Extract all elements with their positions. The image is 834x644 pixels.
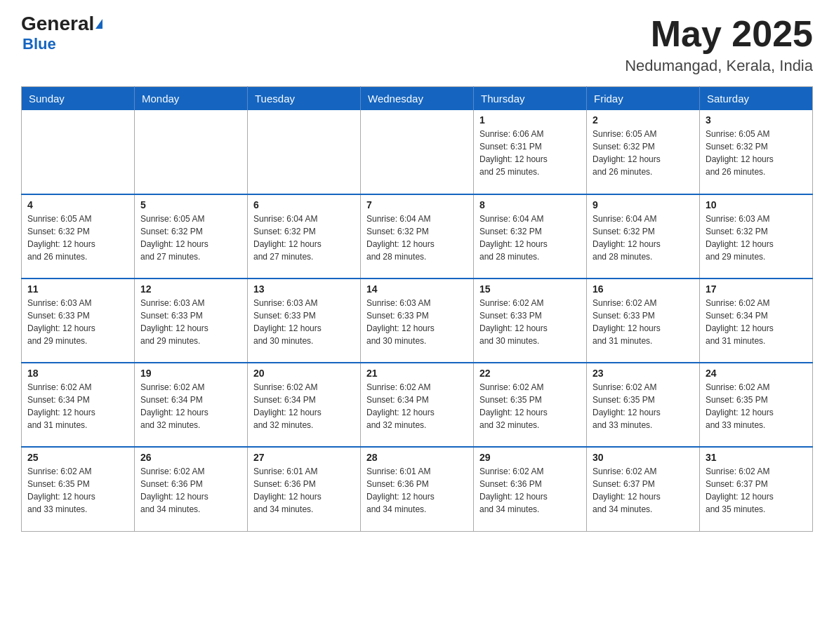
day-number: 21 bbox=[366, 368, 468, 379]
calendar-cell: 30Sunrise: 6:02 AM Sunset: 6:37 PM Dayli… bbox=[587, 447, 700, 531]
calendar-cell: 19Sunrise: 6:02 AM Sunset: 6:34 PM Dayli… bbox=[135, 363, 248, 447]
day-number: 8 bbox=[479, 199, 581, 210]
calendar-week-row: 18Sunrise: 6:02 AM Sunset: 6:34 PM Dayli… bbox=[22, 363, 813, 447]
calendar-cell: 12Sunrise: 6:03 AM Sunset: 6:33 PM Dayli… bbox=[135, 279, 248, 363]
calendar-week-row: 4Sunrise: 6:05 AM Sunset: 6:32 PM Daylig… bbox=[22, 194, 813, 279]
day-number: 19 bbox=[140, 368, 241, 379]
month-title: May 2025 bbox=[625, 14, 813, 54]
day-info: Sunrise: 6:04 AM Sunset: 6:32 PM Dayligh… bbox=[366, 213, 468, 263]
calendar-cell: 21Sunrise: 6:02 AM Sunset: 6:34 PM Dayli… bbox=[361, 363, 474, 447]
calendar-cell: 27Sunrise: 6:01 AM Sunset: 6:36 PM Dayli… bbox=[248, 447, 361, 531]
calendar-week-row: 25Sunrise: 6:02 AM Sunset: 6:35 PM Dayli… bbox=[22, 447, 813, 531]
calendar-cell: 22Sunrise: 6:02 AM Sunset: 6:35 PM Dayli… bbox=[474, 363, 587, 447]
day-number: 9 bbox=[593, 199, 694, 210]
calendar-cell: 9Sunrise: 6:04 AM Sunset: 6:32 PM Daylig… bbox=[587, 194, 700, 279]
calendar-cell: 6Sunrise: 6:04 AM Sunset: 6:32 PM Daylig… bbox=[248, 194, 361, 279]
day-number: 24 bbox=[706, 368, 807, 379]
weekday-header-friday: Friday bbox=[587, 87, 700, 111]
day-number: 20 bbox=[253, 368, 355, 379]
day-info: Sunrise: 6:02 AM Sunset: 6:34 PM Dayligh… bbox=[27, 381, 128, 431]
calendar-cell: 31Sunrise: 6:02 AM Sunset: 6:37 PM Dayli… bbox=[700, 447, 813, 531]
day-info: Sunrise: 6:04 AM Sunset: 6:32 PM Dayligh… bbox=[479, 213, 581, 263]
day-info: Sunrise: 6:01 AM Sunset: 6:36 PM Dayligh… bbox=[366, 465, 468, 516]
title-block: May 2025 Nedumangad, Kerala, India bbox=[625, 14, 813, 75]
location-text: Nedumangad, Kerala, India bbox=[625, 57, 813, 75]
day-number: 6 bbox=[253, 199, 355, 210]
page-header: General Blue May 2025 Nedumangad, Kerala… bbox=[21, 14, 813, 75]
calendar-cell: 4Sunrise: 6:05 AM Sunset: 6:32 PM Daylig… bbox=[22, 194, 135, 279]
day-number: 5 bbox=[140, 199, 241, 210]
calendar-cell: 26Sunrise: 6:02 AM Sunset: 6:36 PM Dayli… bbox=[135, 447, 248, 531]
calendar-cell: 1Sunrise: 6:06 AM Sunset: 6:31 PM Daylig… bbox=[474, 110, 587, 194]
day-info: Sunrise: 6:05 AM Sunset: 6:32 PM Dayligh… bbox=[140, 213, 241, 263]
weekday-header-sunday: Sunday bbox=[22, 87, 135, 111]
calendar-cell: 10Sunrise: 6:03 AM Sunset: 6:32 PM Dayli… bbox=[700, 194, 813, 279]
day-info: Sunrise: 6:03 AM Sunset: 6:33 PM Dayligh… bbox=[27, 297, 128, 347]
day-number: 31 bbox=[706, 452, 807, 463]
logo-sub-text: Blue bbox=[22, 35, 56, 53]
calendar-cell: 15Sunrise: 6:02 AM Sunset: 6:33 PM Dayli… bbox=[474, 279, 587, 363]
day-number: 11 bbox=[27, 283, 128, 295]
weekday-header-monday: Monday bbox=[135, 87, 248, 111]
day-info: Sunrise: 6:05 AM Sunset: 6:32 PM Dayligh… bbox=[27, 213, 128, 263]
day-info: Sunrise: 6:02 AM Sunset: 6:35 PM Dayligh… bbox=[593, 381, 694, 431]
day-info: Sunrise: 6:02 AM Sunset: 6:37 PM Dayligh… bbox=[706, 465, 807, 516]
day-number: 23 bbox=[593, 368, 694, 379]
day-number: 17 bbox=[706, 283, 807, 295]
day-info: Sunrise: 6:04 AM Sunset: 6:32 PM Dayligh… bbox=[253, 213, 355, 263]
day-info: Sunrise: 6:03 AM Sunset: 6:32 PM Dayligh… bbox=[706, 213, 807, 263]
calendar-cell: 17Sunrise: 6:02 AM Sunset: 6:34 PM Dayli… bbox=[700, 279, 813, 363]
day-info: Sunrise: 6:02 AM Sunset: 6:35 PM Dayligh… bbox=[479, 381, 581, 431]
day-info: Sunrise: 6:02 AM Sunset: 6:34 PM Dayligh… bbox=[253, 381, 355, 431]
calendar-cell bbox=[248, 110, 361, 194]
day-info: Sunrise: 6:04 AM Sunset: 6:32 PM Dayligh… bbox=[593, 213, 694, 263]
day-number: 13 bbox=[253, 283, 355, 295]
calendar-week-row: 1Sunrise: 6:06 AM Sunset: 6:31 PM Daylig… bbox=[22, 110, 813, 194]
day-info: Sunrise: 6:03 AM Sunset: 6:33 PM Dayligh… bbox=[253, 297, 355, 347]
calendar-cell: 18Sunrise: 6:02 AM Sunset: 6:34 PM Dayli… bbox=[22, 363, 135, 447]
day-info: Sunrise: 6:03 AM Sunset: 6:33 PM Dayligh… bbox=[366, 297, 468, 347]
day-number: 3 bbox=[706, 114, 807, 126]
calendar-cell: 5Sunrise: 6:05 AM Sunset: 6:32 PM Daylig… bbox=[135, 194, 248, 279]
calendar-cell: 13Sunrise: 6:03 AM Sunset: 6:33 PM Dayli… bbox=[248, 279, 361, 363]
day-info: Sunrise: 6:02 AM Sunset: 6:35 PM Dayligh… bbox=[706, 381, 807, 431]
day-info: Sunrise: 6:02 AM Sunset: 6:37 PM Dayligh… bbox=[593, 465, 694, 516]
logo: General Blue bbox=[21, 14, 102, 53]
day-number: 22 bbox=[479, 368, 581, 379]
calendar-cell: 23Sunrise: 6:02 AM Sunset: 6:35 PM Dayli… bbox=[587, 363, 700, 447]
calendar-cell: 2Sunrise: 6:05 AM Sunset: 6:32 PM Daylig… bbox=[587, 110, 700, 194]
day-number: 25 bbox=[27, 452, 128, 463]
day-number: 12 bbox=[140, 283, 241, 295]
day-info: Sunrise: 6:02 AM Sunset: 6:33 PM Dayligh… bbox=[593, 297, 694, 347]
day-number: 7 bbox=[366, 199, 468, 210]
calendar-cell bbox=[361, 110, 474, 194]
day-info: Sunrise: 6:02 AM Sunset: 6:34 PM Dayligh… bbox=[366, 381, 468, 431]
day-number: 18 bbox=[27, 368, 128, 379]
calendar-cell: 7Sunrise: 6:04 AM Sunset: 6:32 PM Daylig… bbox=[361, 194, 474, 279]
weekday-header-saturday: Saturday bbox=[700, 87, 813, 111]
weekday-header-thursday: Thursday bbox=[474, 87, 587, 111]
calendar-cell: 8Sunrise: 6:04 AM Sunset: 6:32 PM Daylig… bbox=[474, 194, 587, 279]
calendar-cell: 24Sunrise: 6:02 AM Sunset: 6:35 PM Dayli… bbox=[700, 363, 813, 447]
weekday-header-wednesday: Wednesday bbox=[361, 87, 474, 111]
day-info: Sunrise: 6:02 AM Sunset: 6:35 PM Dayligh… bbox=[27, 465, 128, 516]
day-info: Sunrise: 6:01 AM Sunset: 6:36 PM Dayligh… bbox=[253, 465, 355, 516]
day-number: 14 bbox=[366, 283, 468, 295]
day-number: 28 bbox=[366, 452, 468, 463]
day-info: Sunrise: 6:05 AM Sunset: 6:32 PM Dayligh… bbox=[593, 128, 694, 178]
calendar-cell: 20Sunrise: 6:02 AM Sunset: 6:34 PM Dayli… bbox=[248, 363, 361, 447]
day-info: Sunrise: 6:02 AM Sunset: 6:34 PM Dayligh… bbox=[706, 297, 807, 347]
day-number: 4 bbox=[27, 199, 128, 210]
day-info: Sunrise: 6:02 AM Sunset: 6:36 PM Dayligh… bbox=[479, 465, 581, 516]
calendar-cell: 29Sunrise: 6:02 AM Sunset: 6:36 PM Dayli… bbox=[474, 447, 587, 531]
day-info: Sunrise: 6:06 AM Sunset: 6:31 PM Dayligh… bbox=[479, 128, 581, 178]
day-number: 1 bbox=[479, 114, 581, 126]
day-number: 30 bbox=[593, 452, 694, 463]
calendar-cell: 28Sunrise: 6:01 AM Sunset: 6:36 PM Dayli… bbox=[361, 447, 474, 531]
calendar-cell: 16Sunrise: 6:02 AM Sunset: 6:33 PM Dayli… bbox=[587, 279, 700, 363]
logo-main-text: General bbox=[21, 14, 94, 34]
day-number: 27 bbox=[253, 452, 355, 463]
day-number: 10 bbox=[706, 199, 807, 210]
calendar-week-row: 11Sunrise: 6:03 AM Sunset: 6:33 PM Dayli… bbox=[22, 279, 813, 363]
day-number: 16 bbox=[593, 283, 694, 295]
